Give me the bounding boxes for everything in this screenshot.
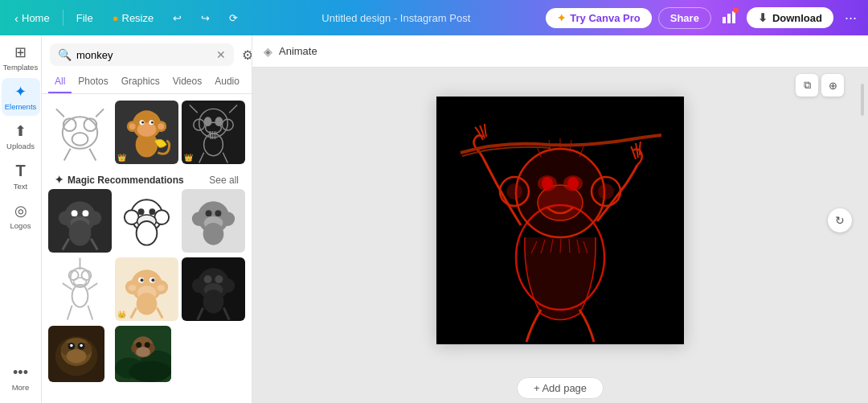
file-button[interactable]: File xyxy=(68,9,101,27)
svg-point-51 xyxy=(138,208,145,215)
undo-button[interactable]: ↩ xyxy=(165,9,190,27)
see-all-button[interactable]: See all xyxy=(209,175,239,186)
add-page-top-button[interactable]: ⊕ xyxy=(821,74,844,97)
svg-line-45 xyxy=(63,238,69,249)
more-options-button[interactable]: ··· xyxy=(840,6,862,30)
add-page-bar: + Add page xyxy=(252,372,868,403)
animate-label[interactable]: Animate xyxy=(279,45,317,57)
sidebar-item-more[interactable]: ••• More xyxy=(2,360,40,397)
svg-point-100 xyxy=(70,344,73,347)
analytics-button[interactable] xyxy=(718,6,740,31)
svg-point-80 xyxy=(151,278,154,282)
sidebar-item-uploads[interactable]: ⬆ Uploads xyxy=(2,117,40,155)
add-icon: ⊕ xyxy=(829,80,837,92)
svg-line-83 xyxy=(157,307,162,318)
bar-chart-icon xyxy=(721,15,737,27)
canvas-scrollbar[interactable] xyxy=(860,76,865,340)
list-item[interactable] xyxy=(48,189,112,253)
sidebar-item-templates[interactable]: ⊞ Templates xyxy=(2,39,40,76)
nav-center: Untitled design - Instagram Post xyxy=(249,12,542,24)
svg-point-44 xyxy=(69,220,92,246)
canva-star-icon: ✦ xyxy=(557,12,566,24)
canvas-frame[interactable] xyxy=(436,97,684,344)
magic-rec-grid xyxy=(48,189,245,253)
logos-icon: ◎ xyxy=(14,202,27,220)
search-results: 👑 xyxy=(42,94,252,393)
list-item[interactable] xyxy=(48,101,112,164)
try-canva-button[interactable]: ✦ Try Canva Pro xyxy=(546,8,651,28)
svg-line-69 xyxy=(63,283,72,290)
svg-point-124 xyxy=(567,177,579,190)
svg-point-88 xyxy=(204,275,212,283)
resize-button[interactable]: ● Resize xyxy=(104,9,162,27)
list-item[interactable] xyxy=(182,189,245,253)
tab-audio[interactable]: Audio xyxy=(208,71,246,93)
list-item[interactable]: 👑 xyxy=(182,101,245,164)
svg-line-10 xyxy=(89,148,96,160)
copy-icon: ⧉ xyxy=(804,79,811,92)
list-item[interactable] xyxy=(48,326,104,382)
ellipsis-icon: ··· xyxy=(845,10,857,26)
list-item[interactable]: 👑 xyxy=(115,101,178,164)
list-item[interactable] xyxy=(48,257,112,321)
svg-point-79 xyxy=(141,278,144,282)
templates-icon: ⊞ xyxy=(14,43,27,61)
svg-point-123 xyxy=(542,177,553,190)
svg-point-53 xyxy=(137,221,158,245)
svg-line-36 xyxy=(199,152,204,162)
svg-rect-1 xyxy=(727,14,731,23)
clear-search-icon[interactable]: ✕ xyxy=(216,48,226,61)
sidebar-item-logos[interactable]: ◎ Logos xyxy=(2,197,40,235)
text-icon: T xyxy=(15,162,25,180)
list-item[interactable] xyxy=(115,189,178,253)
copy-page-button[interactable]: ⧉ xyxy=(796,74,818,97)
list-item[interactable]: 👑 xyxy=(115,257,178,321)
sidebar-item-label: More xyxy=(12,383,30,392)
magic-button[interactable]: ⟳ xyxy=(221,9,246,27)
svg-point-20 xyxy=(141,121,144,123)
svg-point-90 xyxy=(203,290,224,314)
rotate-icon: ↻ xyxy=(835,214,845,227)
tab-videos[interactable]: Videos xyxy=(166,71,208,93)
svg-point-25 xyxy=(204,117,212,126)
sidebar-item-text[interactable]: T Text xyxy=(2,157,40,195)
svg-point-21 xyxy=(151,121,154,123)
elements-icon: ✦ xyxy=(14,83,27,101)
filter-button[interactable]: ⚙ xyxy=(239,44,252,66)
search-bar: 🔍 ✕ ⚙ xyxy=(42,35,252,71)
svg-point-48 xyxy=(125,210,139,224)
svg-point-42 xyxy=(72,210,78,216)
svg-line-9 xyxy=(64,148,71,160)
chevron-left-icon: ‹ xyxy=(14,11,18,25)
rotate-button[interactable]: ↻ xyxy=(828,208,852,232)
search-input[interactable] xyxy=(76,49,211,61)
sidebar-item-elements[interactable]: ✦ Elements xyxy=(2,78,40,116)
list-item[interactable] xyxy=(115,326,171,382)
share-button[interactable]: Share xyxy=(658,7,711,29)
elements-panel: 🔍 ✕ ⚙ All Photos Graphics Videos Audio xyxy=(42,35,252,403)
tab-graphics[interactable]: Graphics xyxy=(115,71,166,93)
svg-point-49 xyxy=(154,210,169,224)
add-page-button[interactable]: + Add page xyxy=(517,377,604,399)
search-tabs: All Photos Graphics Videos Audio xyxy=(42,71,252,94)
svg-point-26 xyxy=(215,117,223,126)
download-button[interactable]: ⬇ Download xyxy=(747,7,833,28)
premium-icon: 👑 xyxy=(117,154,126,162)
sidebar-item-label: Logos xyxy=(10,221,31,230)
tab-photos[interactable]: Photos xyxy=(72,71,114,93)
svg-line-70 xyxy=(88,283,97,290)
home-button[interactable]: ‹ Home xyxy=(6,8,58,28)
svg-line-37 xyxy=(223,152,227,162)
svg-point-105 xyxy=(129,361,172,382)
results-grid-4 xyxy=(48,326,245,382)
tab-all[interactable]: All xyxy=(48,71,72,93)
document-title: Untitled design - Instagram Post xyxy=(321,12,470,24)
premium-icon: 👑 xyxy=(184,154,193,162)
sparkle-icon: ✦ xyxy=(55,174,63,186)
list-item[interactable] xyxy=(182,257,245,321)
svg-point-58 xyxy=(206,210,212,216)
notification-dot xyxy=(733,7,739,13)
svg-point-111 xyxy=(136,347,150,356)
redo-button[interactable]: ↪ xyxy=(193,9,218,27)
search-input-wrap: 🔍 ✕ xyxy=(50,43,234,66)
